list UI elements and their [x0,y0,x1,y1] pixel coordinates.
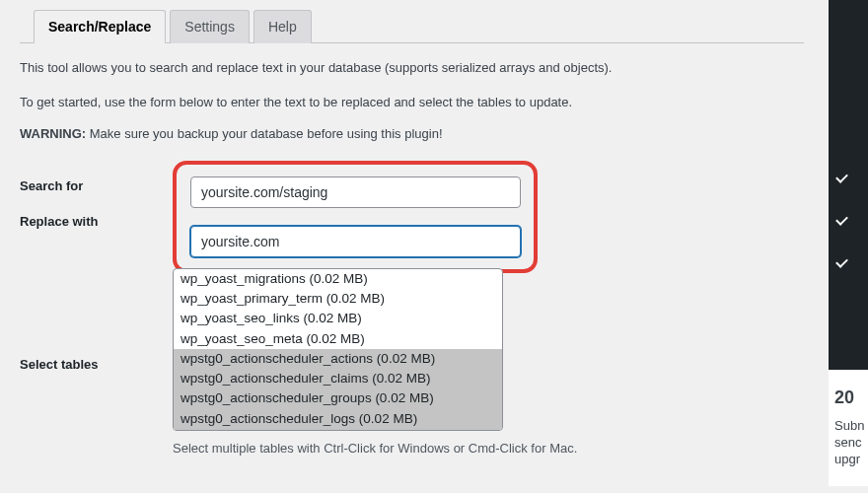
select-tables-label: Select tables [20,268,173,372]
promo-line-1: Subn [834,418,862,433]
warning-text: WARNING: Make sure you backup your datab… [20,126,804,141]
table-option[interactable]: wpstg0_actionscheduler_logs (0.02 MB) [174,409,502,429]
feature-check-3 [829,243,868,285]
tab-search-replace[interactable]: Search/Replace [34,10,166,43]
intro-line-1: This tool allows you to search and repla… [20,58,804,78]
promo-line-2: senc [834,435,862,450]
intro-line-2: To get started, use the form below to en… [20,93,804,112]
check-icon [834,216,848,226]
select-tables[interactable]: wp_yoast_migrations (0.02 MB)wp_yoast_pr… [173,268,503,431]
check-icon [834,174,848,183]
right-sidebar: 20 Subn senc upgr [829,0,868,493]
inputs-cell [173,161,804,273]
table-option[interactable]: wp_yoast_seo_links (0.02 MB) [174,309,502,328]
promo-title: 20 [834,387,862,408]
table-option[interactable]: wpstg0_actionscheduler_groups (0.02 MB) [174,388,502,408]
replace-with-input[interactable] [190,226,521,257]
search-for-input[interactable] [190,176,521,208]
form-row-inputs: Search for [20,161,804,273]
warning-label: WARNING: [20,126,86,141]
search-for-label: Search for [20,161,173,193]
tables-cell: wp_yoast_migrations (0.02 MB)wp_yoast_pr… [173,268,804,456]
select-tables-hint: Select multiple tables with Ctrl-Click f… [173,441,804,456]
highlight-box [173,161,538,273]
form-row-tables: Select tables wp_yoast_migrations (0.02 … [20,268,804,456]
main-content: Search/Replace Settings Help This tool a… [0,0,824,483]
table-option[interactable]: wpstg0_actionscheduler_actions (0.02 MB) [174,349,502,369]
table-option[interactable]: wp_yoast_primary_term (0.02 MB) [174,289,502,309]
nav-tabs: Search/Replace Settings Help [20,10,804,43]
tab-help[interactable]: Help [253,10,312,43]
feature-check-2 [829,200,868,243]
promo-panel: 20 Subn senc upgr [829,370,868,486]
table-option[interactable]: wp_yoast_migrations (0.02 MB) [174,269,502,289]
table-option[interactable]: wp_yoast_seo_meta (0.02 MB) [174,329,502,349]
promo-line-3: upgr [834,452,862,466]
warning-message: Make sure you backup your database befor… [86,126,442,141]
feature-check-1 [829,158,868,200]
tab-settings[interactable]: Settings [170,10,250,43]
check-icon [834,258,848,268]
table-option[interactable]: wpstg0_actionscheduler_claims (0.02 MB) [174,369,502,388]
dark-panel [829,0,868,370]
table-option[interactable]: wpstg0_commentmeta (0.02 MB) [174,429,502,431]
form-table: Search for Replace with Select tables wp… [20,161,804,456]
